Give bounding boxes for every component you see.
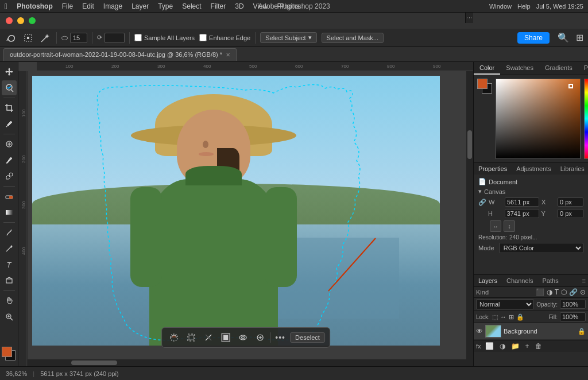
mode-select[interactable]: RGB Color CMYK Color Grayscale <box>499 243 583 253</box>
maximize-button[interactable] <box>29 17 36 24</box>
enhance-edge-check[interactable] <box>199 34 207 41</box>
hand-tool[interactable] <box>2 293 17 308</box>
document-tab[interactable]: outdoor-portrait-of-woman-2022-01-19-00-… <box>3 48 237 61</box>
sample-all-layers-checkbox[interactable]: Sample All Layers <box>134 34 195 41</box>
healing-brush-tool[interactable] <box>2 137 17 152</box>
lock-all-icon[interactable]: 🔒 <box>516 313 524 321</box>
width-input[interactable] <box>505 197 539 207</box>
fg-bg-color-swatches[interactable] <box>2 347 17 362</box>
deselect-button[interactable]: Deselect <box>290 332 325 343</box>
sample-all-layers-check[interactable] <box>134 34 142 41</box>
add-to-selection-button[interactable] <box>253 330 268 345</box>
horizontal-scroll-thumb[interactable] <box>71 360 117 365</box>
move-tool[interactable] <box>2 64 17 79</box>
color-picker-dot[interactable] <box>568 84 573 88</box>
quick-selection-tool[interactable] <box>2 80 17 95</box>
delete-layer-button[interactable]: 🗑 <box>533 342 544 351</box>
color-gradient-picker[interactable] <box>496 79 581 159</box>
clone-stamp-tool[interactable] <box>2 169 17 184</box>
hue-strip[interactable] <box>584 79 588 159</box>
tab-adjustments[interactable]: Adjustments <box>512 163 556 175</box>
minimize-button[interactable] <box>17 17 24 24</box>
layer-item-background[interactable]: 👁 Background 🔒 <box>474 323 588 340</box>
menu-type[interactable]: Type <box>158 2 173 10</box>
lasso-tool-option[interactable] <box>5 32 17 44</box>
menu-window[interactable]: Window <box>489 3 512 10</box>
fill-input[interactable] <box>560 312 586 321</box>
brush-size-input[interactable] <box>70 33 87 43</box>
eyedropper-tool[interactable] <box>2 117 17 131</box>
crop-tool[interactable] <box>2 100 17 115</box>
new-layer-button[interactable]: + <box>524 342 531 351</box>
blend-mode-select[interactable]: Normal Multiply Screen Overlay <box>476 299 534 309</box>
gradient-tool[interactable] <box>2 205 17 220</box>
tab-patterns[interactable]: Patterns <box>578 62 588 75</box>
zoom-tool[interactable] <box>2 309 17 324</box>
apple-menu-icon[interactable]:  <box>5 2 7 11</box>
quick-mask-button[interactable] <box>167 330 181 345</box>
object-selection-icon[interactable] <box>22 32 34 44</box>
menu-edit[interactable]: Edit <box>82 2 94 10</box>
adjustment-layer-button[interactable]: ◑ <box>498 342 507 351</box>
filter-adjustment-icon[interactable]: ◑ <box>547 288 552 296</box>
flip-h-button[interactable]: ↔ <box>490 220 501 232</box>
add-mask-button[interactable]: ⬜ <box>483 342 496 351</box>
close-button[interactable] <box>6 17 13 24</box>
filter-toggle-icon[interactable]: ⊙ <box>580 288 586 296</box>
panel-toggle-icon[interactable]: ⋮ <box>466 15 473 21</box>
tab-properties[interactable]: Properties <box>474 163 512 175</box>
brush-tool[interactable] <box>2 153 17 168</box>
lock-move-icon[interactable]: ↔ <box>500 313 506 320</box>
tab-libraries[interactable]: Libraries <box>556 163 588 175</box>
filter-type-icon[interactable]: T <box>555 288 559 296</box>
horizontal-scrollbar[interactable] <box>28 359 466 366</box>
menu-file[interactable]: File <box>62 2 73 10</box>
invert-selection-button[interactable] <box>218 330 233 345</box>
refine-edge-button[interactable] <box>201 330 216 345</box>
filter-pixel-icon[interactable]: ⬛ <box>536 288 544 296</box>
menu-image[interactable]: Image <box>103 2 122 10</box>
tab-layers[interactable]: Layers <box>474 275 502 286</box>
canvas-image[interactable] <box>32 76 440 346</box>
menu-3d[interactable]: 3D <box>235 2 243 10</box>
menu-help[interactable]: Help <box>517 3 531 10</box>
x-input[interactable] <box>558 197 583 207</box>
tab-swatches[interactable]: Swatches <box>500 62 539 75</box>
share-button[interactable]: Share <box>517 32 550 44</box>
y-input[interactable] <box>558 209 583 218</box>
enhance-edge-checkbox[interactable]: Enhance Edge <box>199 34 250 41</box>
menu-filter[interactable]: Filter <box>211 2 226 10</box>
menu-select[interactable]: Select <box>182 2 201 10</box>
layers-panel-menu-icon[interactable]: ≡ <box>580 275 588 286</box>
filter-smart-icon[interactable]: 🔗 <box>569 288 578 296</box>
constrain-icon[interactable]: 🔗 <box>478 199 486 206</box>
tab-channels[interactable]: Channels <box>502 275 537 286</box>
fx-label[interactable]: fx <box>476 343 481 350</box>
eraser-tool[interactable] <box>2 189 17 204</box>
fg-bg-mini-swatches[interactable] <box>477 79 492 94</box>
canvas-area[interactable]: 100 200 300 400 500 600 700 800 900 100 … <box>18 62 473 366</box>
color-gradient-wrapper[interactable] <box>496 79 581 159</box>
feather-button[interactable] <box>235 330 250 345</box>
text-tool[interactable]: T <box>2 257 17 272</box>
lock-pixels-icon[interactable]: ⬚ <box>492 313 498 321</box>
canvas-container[interactable] <box>32 76 440 346</box>
dodge-tool[interactable] <box>2 225 17 240</box>
selection-edge-button[interactable] <box>184 330 199 345</box>
panel-layout-button[interactable]: ⊞ <box>576 32 583 43</box>
select-and-mask-button[interactable]: Select and Mask... <box>322 33 384 43</box>
opacity-input[interactable] <box>560 300 586 309</box>
pen-tool[interactable] <box>2 241 17 256</box>
fg-mini-swatch[interactable] <box>477 79 488 89</box>
search-button[interactable]: 🔍 <box>558 32 569 43</box>
menu-layer[interactable]: Layer <box>131 2 149 10</box>
tab-gradients[interactable]: Gradients <box>539 62 578 75</box>
vertical-scrollbar[interactable] <box>466 71 473 366</box>
vertical-scroll-thumb[interactable] <box>467 130 472 159</box>
tab-color[interactable]: Color <box>474 62 500 75</box>
shape-tool[interactable] <box>2 273 17 288</box>
select-subject-button[interactable]: Select Subject ▾ <box>260 32 316 43</box>
visibility-eye-icon[interactable]: 👁 <box>476 327 483 335</box>
magic-wand-icon[interactable] <box>39 32 52 44</box>
canvas-expand-icon[interactable]: ▾ <box>478 188 482 195</box>
